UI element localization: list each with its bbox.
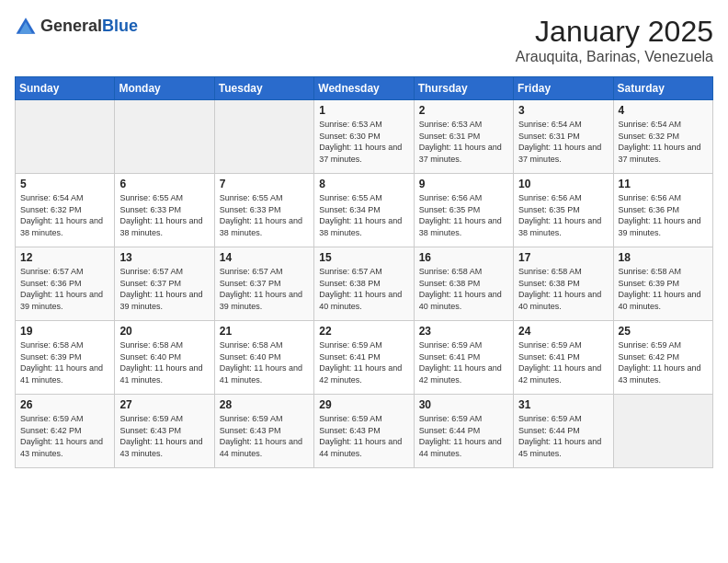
day-number: 25 [619,325,708,338]
weekday-header-friday: Friday [514,77,613,100]
day-info: Sunrise: 6:53 AMSunset: 6:31 PMDaylight:… [419,119,508,165]
calendar-cell [115,100,214,174]
logo-icon [15,15,37,37]
location-title: Arauquita, Barinas, Venezuela [516,49,713,65]
day-info: Sunrise: 6:59 AMSunset: 6:42 PMDaylight:… [20,413,109,459]
weekday-header-tuesday: Tuesday [214,77,313,100]
calendar-cell: 12Sunrise: 6:57 AMSunset: 6:36 PMDayligh… [16,247,115,321]
day-number: 10 [518,178,608,190]
day-info: Sunrise: 6:56 AMSunset: 6:36 PMDaylight:… [619,192,708,238]
day-info: Sunrise: 6:58 AMSunset: 6:40 PMDaylight:… [119,339,209,385]
day-info: Sunrise: 6:59 AMSunset: 6:41 PMDaylight:… [518,339,608,385]
day-number: 7 [220,178,309,190]
calendar-week-row: 19Sunrise: 6:58 AMSunset: 6:39 PMDayligh… [16,321,713,395]
calendar-cell: 28Sunrise: 6:59 AMSunset: 6:43 PMDayligh… [214,395,313,468]
day-info: Sunrise: 6:57 AMSunset: 6:36 PMDaylight:… [20,266,109,312]
day-info: Sunrise: 6:58 AMSunset: 6:38 PMDaylight:… [518,266,608,312]
calendar-cell: 19Sunrise: 6:58 AMSunset: 6:39 PMDayligh… [16,321,115,395]
day-info: Sunrise: 6:59 AMSunset: 6:41 PMDaylight:… [319,339,408,385]
day-info: Sunrise: 6:59 AMSunset: 6:44 PMDaylight:… [518,413,608,459]
calendar-cell: 24Sunrise: 6:59 AMSunset: 6:41 PMDayligh… [514,321,613,395]
calendar-cell: 15Sunrise: 6:57 AMSunset: 6:38 PMDayligh… [314,247,414,321]
page-header: GeneralBlue January 2025 Arauquita, Bari… [15,15,713,65]
weekday-header-row: SundayMondayTuesdayWednesdayThursdayFrid… [16,77,713,100]
calendar-cell: 21Sunrise: 6:58 AMSunset: 6:40 PMDayligh… [214,321,313,395]
calendar-cell: 8Sunrise: 6:55 AMSunset: 6:34 PMDaylight… [314,174,414,247]
day-number: 11 [619,178,708,190]
day-info: Sunrise: 6:59 AMSunset: 6:43 PMDaylight:… [220,413,309,459]
calendar-cell: 16Sunrise: 6:58 AMSunset: 6:38 PMDayligh… [414,247,513,321]
logo-general: GeneralBlue [40,17,138,35]
calendar-cell: 22Sunrise: 6:59 AMSunset: 6:41 PMDayligh… [314,321,414,395]
day-info: Sunrise: 6:53 AMSunset: 6:30 PMDaylight:… [319,119,408,165]
calendar-cell: 13Sunrise: 6:57 AMSunset: 6:37 PMDayligh… [115,247,214,321]
day-number: 30 [419,398,508,411]
day-info: Sunrise: 6:57 AMSunset: 6:38 PMDaylight:… [319,266,408,312]
calendar-cell: 30Sunrise: 6:59 AMSunset: 6:44 PMDayligh… [414,395,513,468]
day-number: 8 [319,178,408,190]
day-number: 3 [518,104,608,117]
calendar-cell: 26Sunrise: 6:59 AMSunset: 6:42 PMDayligh… [16,395,115,468]
calendar-cell: 25Sunrise: 6:59 AMSunset: 6:42 PMDayligh… [613,321,712,395]
calendar-cell: 29Sunrise: 6:59 AMSunset: 6:43 PMDayligh… [314,395,414,468]
calendar-cell [214,100,313,174]
calendar-week-row: 1Sunrise: 6:53 AMSunset: 6:30 PMDaylight… [16,100,713,174]
calendar-cell: 17Sunrise: 6:58 AMSunset: 6:38 PMDayligh… [514,247,613,321]
day-number: 27 [119,398,209,411]
day-number: 17 [518,251,608,264]
calendar-cell: 20Sunrise: 6:58 AMSunset: 6:40 PMDayligh… [115,321,214,395]
calendar-cell: 6Sunrise: 6:55 AMSunset: 6:33 PMDaylight… [115,174,214,247]
day-number: 24 [518,325,608,338]
day-number: 13 [119,251,209,264]
calendar-table: SundayMondayTuesdayWednesdayThursdayFrid… [15,76,713,468]
day-info: Sunrise: 6:57 AMSunset: 6:37 PMDaylight:… [220,266,309,312]
calendar-week-row: 5Sunrise: 6:54 AMSunset: 6:32 PMDaylight… [16,174,713,247]
logo: GeneralBlue [15,15,138,37]
day-number: 5 [20,178,109,190]
day-info: Sunrise: 6:54 AMSunset: 6:31 PMDaylight:… [518,119,608,165]
day-number: 19 [20,325,109,338]
calendar-cell: 2Sunrise: 6:53 AMSunset: 6:31 PMDaylight… [414,100,513,174]
calendar-cell: 31Sunrise: 6:59 AMSunset: 6:44 PMDayligh… [514,395,613,468]
calendar-cell: 9Sunrise: 6:56 AMSunset: 6:35 PMDaylight… [414,174,513,247]
calendar-week-row: 26Sunrise: 6:59 AMSunset: 6:42 PMDayligh… [16,395,713,468]
weekday-header-sunday: Sunday [16,77,115,100]
calendar-cell: 1Sunrise: 6:53 AMSunset: 6:30 PMDaylight… [314,100,414,174]
weekday-header-thursday: Thursday [414,77,513,100]
day-info: Sunrise: 6:59 AMSunset: 6:42 PMDaylight:… [619,339,708,385]
day-info: Sunrise: 6:59 AMSunset: 6:41 PMDaylight:… [419,339,508,385]
calendar-cell: 27Sunrise: 6:59 AMSunset: 6:43 PMDayligh… [115,395,214,468]
day-info: Sunrise: 6:55 AMSunset: 6:33 PMDaylight:… [119,192,209,238]
calendar-cell: 11Sunrise: 6:56 AMSunset: 6:36 PMDayligh… [613,174,712,247]
day-info: Sunrise: 6:56 AMSunset: 6:35 PMDaylight:… [419,192,508,238]
calendar-cell: 7Sunrise: 6:55 AMSunset: 6:33 PMDaylight… [214,174,313,247]
day-info: Sunrise: 6:55 AMSunset: 6:33 PMDaylight:… [220,192,309,238]
calendar-cell: 10Sunrise: 6:56 AMSunset: 6:35 PMDayligh… [514,174,613,247]
day-number: 14 [220,251,309,264]
day-info: Sunrise: 6:54 AMSunset: 6:32 PMDaylight:… [619,119,708,165]
calendar-cell [613,395,712,468]
day-number: 31 [518,398,608,411]
calendar-week-row: 12Sunrise: 6:57 AMSunset: 6:36 PMDayligh… [16,247,713,321]
day-info: Sunrise: 6:57 AMSunset: 6:37 PMDaylight:… [119,266,209,312]
calendar-cell: 18Sunrise: 6:58 AMSunset: 6:39 PMDayligh… [613,247,712,321]
day-number: 6 [119,178,209,190]
day-number: 2 [419,104,508,117]
calendar-cell: 23Sunrise: 6:59 AMSunset: 6:41 PMDayligh… [414,321,513,395]
day-number: 26 [20,398,109,411]
weekday-header-saturday: Saturday [613,77,712,100]
day-info: Sunrise: 6:59 AMSunset: 6:44 PMDaylight:… [419,413,508,459]
calendar-cell [16,100,115,174]
weekday-header-wednesday: Wednesday [314,77,414,100]
day-number: 18 [619,251,708,264]
calendar-cell: 4Sunrise: 6:54 AMSunset: 6:32 PMDaylight… [613,100,712,174]
day-number: 20 [119,325,209,338]
weekday-header-monday: Monday [115,77,214,100]
day-number: 16 [419,251,508,264]
day-number: 15 [319,251,408,264]
day-info: Sunrise: 6:55 AMSunset: 6:34 PMDaylight:… [319,192,408,238]
title-block: January 2025 Arauquita, Barinas, Venezue… [516,15,713,65]
calendar-cell: 14Sunrise: 6:57 AMSunset: 6:37 PMDayligh… [214,247,313,321]
day-info: Sunrise: 6:58 AMSunset: 6:39 PMDaylight:… [20,339,109,385]
day-info: Sunrise: 6:59 AMSunset: 6:43 PMDaylight:… [319,413,408,459]
